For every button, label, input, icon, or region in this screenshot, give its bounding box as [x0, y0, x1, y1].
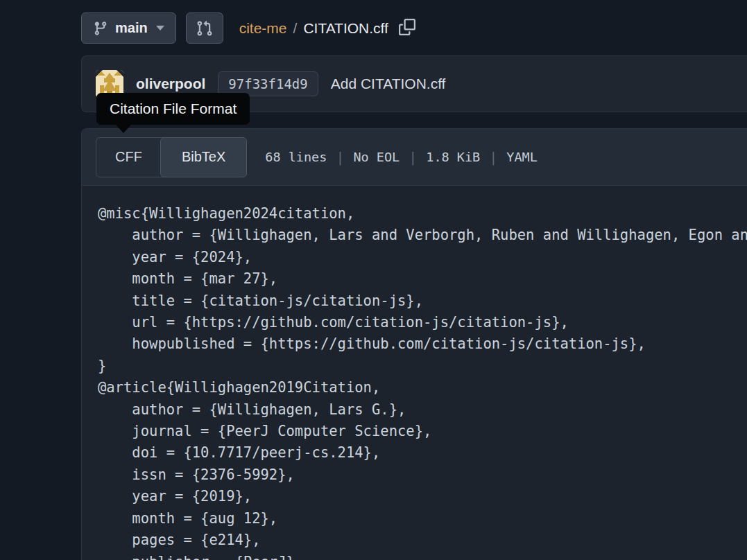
code-line: pages = {e214}, [98, 530, 747, 551]
git-branch-icon [93, 21, 108, 36]
commit-author-link[interactable]: oliverpool [136, 76, 205, 92]
tab-cff[interactable]: CFF [96, 138, 161, 177]
branch-name: main [115, 20, 148, 36]
code-line: howpublished = {https://github.com/citat… [98, 333, 747, 355]
file-view: CFF BibTeX 68 lines | No EOL | 1.8 KiB |… [81, 128, 747, 560]
code-content: @misc{Willighagen2024citation, author = … [82, 186, 747, 560]
breadcrumb-file-name: CITATION.cff [303, 20, 388, 37]
code-line: @article{Willighagen2019Citation, [98, 377, 747, 399]
code-line: url = {https://github.com/citation-js/ci… [98, 312, 747, 333]
branch-selector-button[interactable]: main [81, 12, 176, 44]
commit-message: Add CITATION.cff [331, 76, 446, 92]
code-line: author = {Willighagen, Lars and Verborgh… [98, 225, 747, 246]
chevron-down-icon [156, 26, 164, 30]
breadcrumb-repo-link[interactable]: cite-me [239, 20, 287, 37]
code-line: journal = {PeerJ Computer Science}, [98, 421, 747, 442]
code-line: } [98, 356, 747, 377]
code-line: year = {2019}, [98, 486, 747, 507]
git-compare-icon [196, 20, 213, 37]
breadcrumb: cite-me / CITATION.cff [239, 19, 415, 37]
stats-divider: | [336, 149, 344, 166]
code-line: issn = {2376-5992}, [98, 464, 747, 486]
copy-path-button[interactable] [399, 19, 415, 37]
code-line: doi = {10.7717/peerj-cs.214}, [98, 442, 747, 464]
compare-button[interactable] [186, 12, 223, 44]
file-size: 1.8 KiB [426, 150, 480, 164]
code-line: author = {Willighagen, Lars G.}, [98, 399, 747, 421]
file-eol-status: No EOL [353, 150, 400, 164]
code-line: @misc{Willighagen2024citation, [98, 203, 747, 225]
tab-bibtex[interactable]: BibTeX [160, 137, 247, 177]
tooltip-arrow [116, 125, 131, 133]
render-mode-tabs: CFF BibTeX [96, 137, 247, 177]
copy-icon [399, 19, 415, 37]
file-header: CFF BibTeX 68 lines | No EOL | 1.8 KiB |… [82, 129, 747, 186]
file-stats: 68 lines | No EOL | 1.8 KiB | YAML [265, 149, 538, 166]
breadcrumb-separator: / [293, 20, 298, 37]
file-lines-count: 68 lines [265, 150, 327, 164]
code-line: title = {citation-js/citation-js}, [98, 290, 747, 312]
file-toolbar: main cite-me / CITATION.cff [81, 12, 415, 44]
tooltip-text: Citation File Format [110, 100, 237, 116]
code-line: month = {aug 12}, [98, 508, 747, 530]
code-line: year = {2024}, [98, 247, 747, 268]
code-line: month = {mar 27}, [98, 268, 747, 290]
file-language: YAML [506, 150, 538, 164]
code-line: publisher = {PeerJ} [98, 552, 747, 560]
stats-divider: | [409, 149, 417, 166]
stats-divider: | [489, 149, 497, 166]
tooltip: Citation File Format [96, 93, 250, 125]
